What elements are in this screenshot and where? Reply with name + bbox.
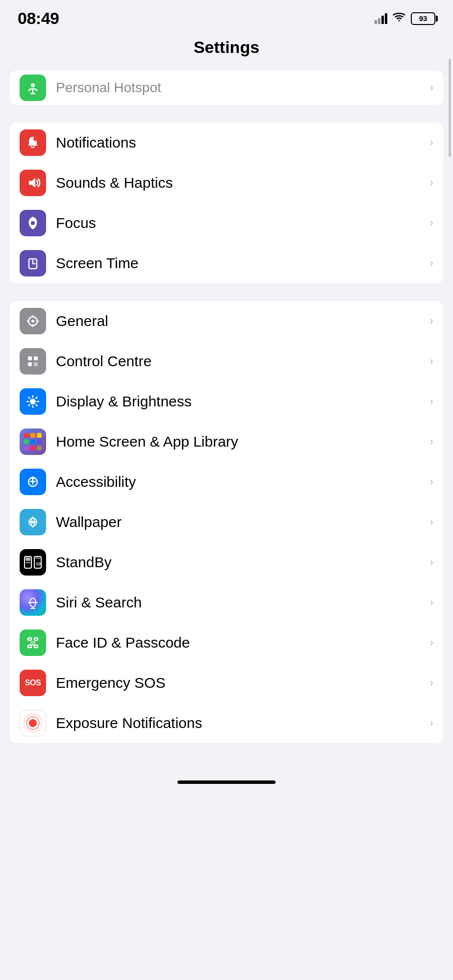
wifi-icon [392, 12, 406, 25]
siri-chevron: › [430, 596, 433, 609]
svg-rect-39 [34, 638, 38, 640]
face-id-label: Face ID & Passcode [56, 634, 426, 651]
standby-chevron: › [430, 556, 433, 569]
sos-text: SOS [25, 678, 41, 687]
svg-rect-32 [25, 557, 30, 561]
notifications-icon [20, 129, 46, 156]
svg-text:10: 10 [36, 561, 41, 566]
control-centre-icon [20, 348, 46, 375]
svg-point-43 [34, 641, 35, 643]
svg-line-20 [29, 398, 30, 399]
sounds-chevron: › [430, 176, 433, 189]
settings-group-1: Notifications › Sounds & Haptics › Focus… [10, 123, 443, 283]
settings-group-2: General › Control Centre › [10, 301, 443, 743]
home-indicator [177, 780, 276, 784]
control-centre-label: Control Centre [56, 353, 426, 370]
svg-rect-33 [25, 562, 30, 563]
hotspot-chevron: › [430, 81, 433, 94]
svg-rect-11 [28, 356, 32, 360]
exposure-label: Exposure Notifications [56, 715, 426, 731]
sounds-icon [20, 170, 46, 196]
sounds-row[interactable]: Sounds & Haptics › [10, 163, 443, 203]
home-screen-icon [20, 428, 46, 455]
display-brightness-row[interactable]: Display & Brightness › [10, 381, 443, 422]
standby-label: StandBy [56, 554, 426, 571]
svg-point-6 [31, 320, 34, 323]
notifications-row[interactable]: Notifications › [10, 123, 443, 163]
status-bar: 08:49 93 [0, 0, 453, 33]
emergency-sos-icon: SOS [20, 670, 46, 696]
signal-icon [375, 13, 387, 24]
home-screen-row[interactable]: Home Screen & App Library › [10, 422, 443, 462]
screen-time-row[interactable]: Screen Time › [10, 243, 443, 283]
wallpaper-row[interactable]: Wallpaper › [10, 502, 443, 542]
display-brightness-label: Display & Brightness [56, 393, 426, 410]
exposure-chevron: › [430, 717, 433, 729]
display-brightness-icon [20, 388, 46, 415]
svg-line-23 [29, 404, 30, 405]
hotspot-icon [20, 75, 46, 101]
focus-row[interactable]: Focus › [10, 203, 443, 243]
display-brightness-chevron: › [430, 395, 433, 408]
svg-point-1 [33, 136, 38, 141]
svg-rect-41 [34, 645, 38, 648]
home-screen-label: Home Screen & App Library [56, 433, 426, 450]
siri-label: Siri & Search [56, 594, 426, 611]
standby-row[interactable]: 10 StandBy › [10, 542, 443, 582]
control-centre-chevron: › [430, 355, 433, 368]
siri-icon [20, 589, 46, 616]
svg-marker-2 [29, 178, 35, 188]
svg-rect-40 [28, 645, 31, 648]
svg-rect-38 [28, 638, 31, 640]
signal-bar-1 [375, 20, 377, 24]
svg-rect-13 [28, 362, 32, 366]
home-indicator-wrap [0, 761, 453, 797]
hotspot-row[interactable]: Personal Hotspot › [10, 71, 443, 105]
control-centre-row[interactable]: Control Centre › [10, 341, 443, 381]
emergency-sos-row[interactable]: SOS Emergency SOS › [10, 663, 443, 703]
face-id-icon [20, 629, 46, 656]
screen-time-chevron: › [430, 257, 433, 270]
exposure-row[interactable]: Exposure Notifications › [10, 703, 443, 743]
svg-rect-35 [35, 557, 40, 559]
screen-time-label: Screen Time [56, 255, 426, 272]
notifications-label: Notifications [56, 134, 426, 151]
svg-line-22 [36, 398, 37, 399]
general-label: General [56, 313, 426, 329]
face-id-row[interactable]: Face ID & Passcode › [10, 623, 443, 663]
battery-icon: 93 [411, 12, 435, 25]
focus-chevron: › [430, 217, 433, 229]
exposure-icon [20, 710, 46, 736]
status-time: 08:49 [18, 9, 59, 28]
signal-bar-2 [378, 18, 380, 24]
accessibility-chevron: › [430, 476, 433, 488]
wallpaper-label: Wallpaper [56, 514, 426, 530]
svg-point-0 [31, 83, 35, 87]
svg-point-45 [29, 719, 37, 727]
emergency-sos-chevron: › [430, 677, 433, 689]
svg-rect-14 [34, 362, 38, 366]
face-id-chevron: › [430, 636, 433, 649]
notifications-chevron: › [430, 136, 433, 149]
wallpaper-icon [20, 509, 46, 535]
accessibility-icon [20, 469, 46, 495]
accessibility-label: Accessibility [56, 474, 426, 490]
home-screen-chevron: › [430, 435, 433, 448]
svg-rect-12 [34, 356, 38, 360]
status-icons: 93 [375, 12, 435, 25]
accessibility-row[interactable]: Accessibility › [10, 462, 443, 502]
sounds-label: Sounds & Haptics [56, 175, 426, 191]
svg-point-42 [30, 641, 32, 643]
general-row[interactable]: General › [10, 301, 443, 341]
screen-time-icon [20, 250, 46, 276]
general-chevron: › [430, 315, 433, 327]
standby-icon: 10 [20, 549, 46, 576]
siri-row[interactable]: Siri & Search › [10, 582, 443, 623]
signal-bar-3 [381, 16, 384, 24]
scrollbar[interactable] [449, 59, 451, 157]
svg-point-3 [31, 221, 35, 225]
svg-point-15 [30, 399, 36, 404]
partial-group: Personal Hotspot › [10, 71, 443, 105]
svg-line-21 [36, 404, 37, 405]
signal-bar-4 [385, 13, 387, 24]
